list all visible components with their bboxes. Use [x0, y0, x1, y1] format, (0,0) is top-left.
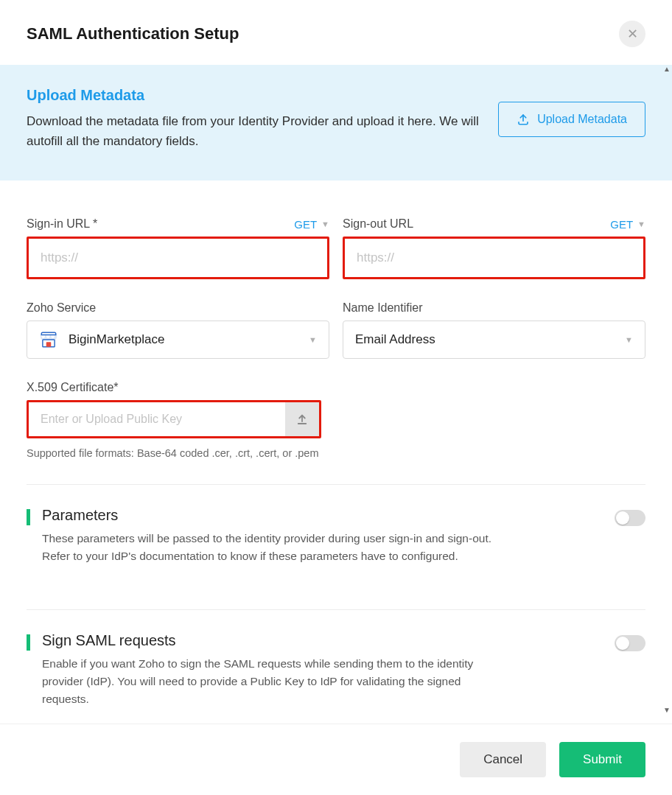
name-identifier-value: Email Address	[355, 332, 435, 347]
signin-method-dropdown[interactable]: GET ▼	[294, 218, 329, 231]
signout-url-field: Sign-out URL GET ▼	[343, 217, 645, 279]
signout-method-dropdown[interactable]: GET ▼	[610, 218, 645, 231]
modal-footer: Cancel Submit	[0, 724, 672, 795]
signout-method-value: GET	[610, 218, 633, 231]
signin-url-field: Sign-in URL * GET ▼	[27, 217, 329, 279]
zoho-service-field: Zoho Service BiginMarketplace ▼	[27, 301, 329, 359]
sign-saml-section: Sign SAML requests Enable if you want Zo…	[27, 632, 645, 724]
divider	[27, 609, 645, 610]
zoho-service-label: Zoho Service	[27, 301, 96, 315]
certificate-field: X.509 Certificate* Supported file format…	[27, 381, 321, 462]
scroll-down-icon: ▼	[663, 706, 671, 714]
saml-setup-modal: SAML Authentication Setup ✕ Upload Metad…	[0, 0, 672, 795]
chevron-down-icon: ▼	[637, 220, 645, 228]
upload-icon	[295, 413, 309, 426]
upload-description: Download the metadata file from your Ide…	[27, 111, 483, 151]
name-identifier-field: Name Identifier Email Address ▼	[343, 301, 645, 359]
sign-saml-title: Sign SAML requests	[42, 632, 603, 649]
upload-heading: Upload Metadata	[27, 87, 483, 104]
upload-metadata-button[interactable]: Upload Metadata	[498, 102, 645, 137]
signin-url-input[interactable]	[29, 239, 327, 277]
scroll-up-icon: ▲	[663, 65, 671, 73]
parameters-section: Parameters These parameters will be pass…	[27, 507, 645, 587]
modal-header: SAML Authentication Setup ✕	[0, 0, 672, 65]
form-body: Sign-in URL * GET ▼ Sign-out URL	[0, 181, 672, 724]
upload-button-label: Upload Metadata	[537, 113, 627, 126]
upload-metadata-banner: Upload Metadata Download the metadata fi…	[0, 65, 672, 181]
parameters-title: Parameters	[42, 507, 603, 524]
sign-saml-toggle[interactable]	[615, 635, 645, 651]
certificate-input[interactable]	[29, 402, 285, 436]
close-icon: ✕	[627, 26, 638, 42]
sign-saml-desc: Enable if you want Zoho to sign the SAML…	[42, 655, 499, 708]
chevron-down-icon: ▼	[321, 220, 329, 228]
signin-method-value: GET	[294, 218, 317, 231]
divider	[27, 484, 645, 485]
parameters-toggle[interactable]	[615, 510, 645, 526]
close-button[interactable]: ✕	[619, 21, 645, 47]
modal-title: SAML Authentication Setup	[27, 24, 239, 43]
name-identifier-select[interactable]: Email Address ▼	[343, 321, 645, 359]
chevron-down-icon: ▼	[309, 335, 317, 344]
svg-rect-1	[46, 343, 52, 348]
signout-url-input[interactable]	[345, 239, 643, 277]
signin-url-label: Sign-in URL *	[27, 217, 97, 231]
signout-url-label: Sign-out URL	[343, 217, 413, 231]
scroll-area[interactable]: Upload Metadata Download the metadata fi…	[0, 65, 672, 724]
certificate-upload-button[interactable]	[285, 402, 319, 436]
zoho-service-value: BiginMarketplace	[69, 332, 164, 347]
upload-icon	[517, 113, 530, 126]
certificate-helper-text: Supported file formats: Base-64 coded .c…	[27, 446, 321, 462]
certificate-label: X.509 Certificate*	[27, 381, 119, 394]
cancel-button[interactable]: Cancel	[460, 742, 546, 777]
store-icon	[39, 330, 58, 349]
name-identifier-label: Name Identifier	[343, 301, 423, 315]
upload-text-block: Upload Metadata Download the metadata fi…	[27, 87, 483, 151]
parameters-desc: These parameters will be passed to the i…	[42, 530, 499, 565]
chevron-down-icon: ▼	[625, 335, 633, 344]
submit-button[interactable]: Submit	[559, 742, 645, 777]
section-accent	[27, 509, 30, 525]
zoho-service-select[interactable]: BiginMarketplace ▼	[27, 321, 329, 359]
section-accent	[27, 634, 30, 651]
